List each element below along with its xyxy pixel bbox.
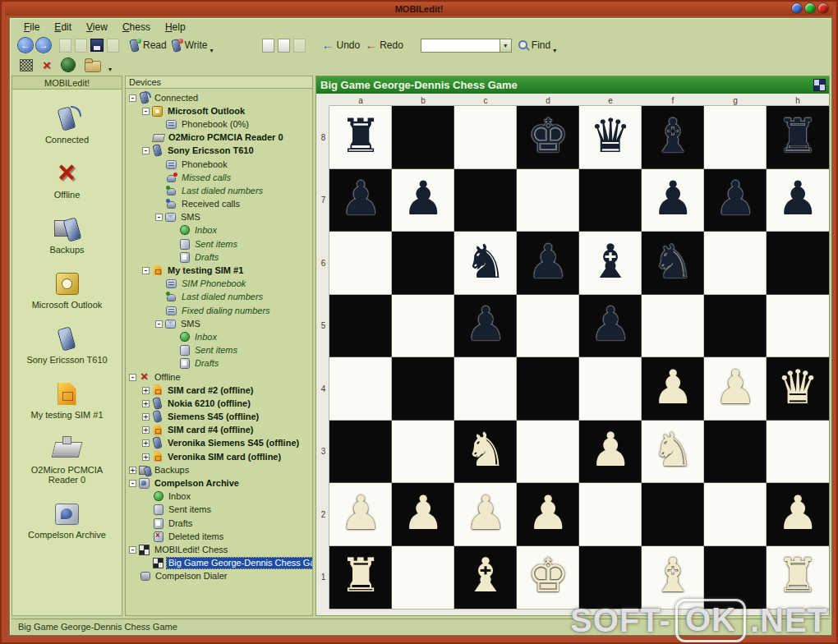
square-a2[interactable]: ♟ xyxy=(329,483,392,546)
menu-chess[interactable]: Chess xyxy=(117,21,156,34)
square-a8[interactable]: ♜ xyxy=(329,106,392,169)
collapse-expander-icon[interactable]: - xyxy=(129,546,136,554)
square-c1[interactable]: ♝ xyxy=(454,546,517,610)
square-f6[interactable]: ♞ xyxy=(642,232,704,295)
collapse-expander-icon[interactable]: - xyxy=(129,94,136,102)
square-e6[interactable]: ♝ xyxy=(579,232,642,295)
close-button[interactable] xyxy=(818,3,828,13)
sidebar-item-o2micro-pcmcia-reader-0[interactable]: O2Micro PCMCIA Reader 0 xyxy=(12,437,122,485)
sidebar-item-my-testing-sim-1[interactable]: My testing SIM #1 xyxy=(12,382,122,420)
tree-item-inbox[interactable]: Inbox xyxy=(127,224,312,237)
square-f4[interactable]: ♟ xyxy=(642,357,704,421)
square-h4[interactable]: ♛ xyxy=(767,357,829,421)
collapse-expander-icon[interactable]: - xyxy=(155,320,163,328)
square-g7[interactable]: ♟ xyxy=(704,169,767,232)
tree-item-microsoft-outlook[interactable]: -Microsoft Outlook xyxy=(127,104,312,117)
undo-button[interactable]: ←Undo xyxy=(319,39,362,52)
tree-item-sim-phonebook[interactable]: SIM Phonebook xyxy=(127,278,312,291)
square-g3[interactable] xyxy=(704,421,767,484)
tree-item-connected[interactable]: -Connected xyxy=(127,91,312,104)
collapse-expander-icon[interactable]: - xyxy=(129,480,136,487)
back-button[interactable]: ← xyxy=(18,38,33,53)
sidebar-item-microsoft-outlook[interactable]: Microsoft Outlook xyxy=(12,272,122,310)
expand-expander-icon[interactable]: + xyxy=(129,467,136,474)
square-g6[interactable] xyxy=(704,232,767,295)
tree-item-fixed-dialing-numbers[interactable]: Fixed dialing numbers xyxy=(127,304,312,317)
square-f3[interactable]: ♞ xyxy=(642,421,704,484)
square-e7[interactable] xyxy=(579,169,642,232)
tree-item-o2micro-pcmcia-reader-0[interactable]: O2Micro PCMCIA Reader 0 xyxy=(127,131,312,145)
tree-item-sony-ericsson-t610[interactable]: -Sony Ericsson T610 xyxy=(127,145,312,158)
expand-expander-icon[interactable]: + xyxy=(142,400,150,407)
tree-item-veronika-sim-card-offline[interactable]: +Veronika SIM card (offline) xyxy=(127,450,312,463)
find-button[interactable]: Find xyxy=(515,39,553,52)
tree-item-nokia-6210-offline[interactable]: +Nokia 6210 (offline) xyxy=(127,397,312,410)
square-e5[interactable]: ♟ xyxy=(579,295,642,358)
write-button[interactable]: Write xyxy=(169,39,210,53)
square-b7[interactable]: ♟ xyxy=(392,169,454,232)
square-h7[interactable]: ♟ xyxy=(767,169,829,232)
tree-item-my-testing-sim-1[interactable]: -My testing SIM #1 xyxy=(127,264,312,277)
sidebar-item-connected[interactable]: Connected xyxy=(12,107,122,145)
tree-item-sent-items[interactable]: Sent items xyxy=(127,237,312,251)
expand-expander-icon[interactable]: + xyxy=(142,439,150,447)
menu-edit[interactable]: Edit xyxy=(48,21,77,34)
tree-item-offline[interactable]: -Offline xyxy=(127,370,312,384)
square-a7[interactable]: ♟ xyxy=(329,169,392,232)
tree-item-received-calls[interactable]: Received calls xyxy=(127,198,312,211)
maximize-button[interactable] xyxy=(805,3,815,13)
redo-button[interactable]: ←Redo xyxy=(362,39,406,52)
sidebar-item-sony-ericsson-t610[interactable]: Sony Ericsson T610 xyxy=(12,327,122,365)
square-b8[interactable] xyxy=(392,106,454,169)
menu-help[interactable]: Help xyxy=(159,21,191,34)
new-button[interactable] xyxy=(58,39,73,53)
find-dropdown-button[interactable]: ▾ xyxy=(500,39,512,53)
sidebar-item-offline[interactable]: Offline xyxy=(12,162,122,200)
square-b6[interactable] xyxy=(392,232,454,295)
square-h8[interactable]: ♜ xyxy=(767,106,829,169)
square-c5[interactable]: ♟ xyxy=(454,295,517,358)
connect-button[interactable] xyxy=(59,58,77,72)
square-c2[interactable]: ♟ xyxy=(454,483,517,546)
square-c7[interactable] xyxy=(454,169,517,232)
square-h3[interactable] xyxy=(767,421,829,484)
tree-item-sent-items[interactable]: Sent items xyxy=(127,504,312,517)
square-g5[interactable] xyxy=(704,295,767,358)
expand-expander-icon[interactable]: + xyxy=(142,426,150,434)
tree-item-veronika-siemens-s45-offline[interactable]: +Veronika Siemens S45 (offline) xyxy=(127,437,312,450)
tree-item-backups[interactable]: +Backups xyxy=(127,463,312,476)
collapse-expander-icon[interactable]: - xyxy=(142,108,150,115)
square-a5[interactable] xyxy=(329,295,392,358)
square-a3[interactable] xyxy=(329,421,392,484)
collapse-expander-icon[interactable]: - xyxy=(142,147,150,154)
square-g2[interactable] xyxy=(704,483,767,546)
square-d7[interactable] xyxy=(517,169,579,232)
square-f7[interactable]: ♟ xyxy=(642,169,704,232)
tree-item-drafts[interactable]: Drafts xyxy=(127,357,312,370)
paste-button[interactable] xyxy=(276,39,292,53)
open-button[interactable] xyxy=(73,39,89,53)
save-button[interactable] xyxy=(89,39,105,52)
sidebar-item-compelson-archive[interactable]: Compelson Archive xyxy=(12,502,122,540)
square-a4[interactable] xyxy=(329,357,392,421)
forward-button[interactable]: → xyxy=(36,38,51,53)
square-b2[interactable]: ♟ xyxy=(392,483,454,546)
tree-item-inbox[interactable]: Inbox xyxy=(127,330,312,343)
square-h6[interactable] xyxy=(767,232,829,295)
square-f5[interactable] xyxy=(642,295,704,358)
square-b1[interactable] xyxy=(392,546,454,610)
tree-item-sms[interactable]: -SMS xyxy=(127,211,312,224)
read-button[interactable]: Read xyxy=(127,39,169,53)
collapse-expander-icon[interactable]: - xyxy=(129,374,136,381)
square-b5[interactable] xyxy=(392,295,454,358)
menu-view[interactable]: View xyxy=(81,21,113,34)
tree-item-compelson-archive[interactable]: -Compelson Archive xyxy=(127,476,312,490)
square-d8[interactable]: ♚ xyxy=(517,106,579,169)
export-button[interactable] xyxy=(105,39,121,53)
tree-item-inbox[interactable]: Inbox xyxy=(127,490,312,504)
square-c3[interactable]: ♞ xyxy=(454,421,517,484)
square-e2[interactable] xyxy=(579,483,642,546)
grid-view-button[interactable] xyxy=(18,59,35,71)
minimize-button[interactable] xyxy=(792,3,802,13)
square-g8[interactable] xyxy=(704,106,767,169)
